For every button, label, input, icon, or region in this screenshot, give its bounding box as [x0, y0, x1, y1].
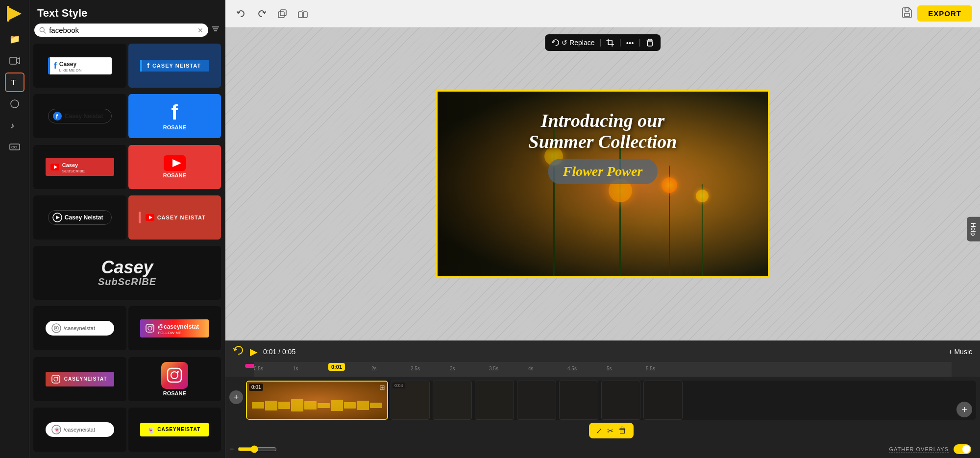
- style-card-fb-big[interactable]: f ROSANE: [128, 94, 221, 138]
- gather-overlays-label: GATHER OVERLAYS: [889, 446, 949, 453]
- ruler-mark: 5.5s: [646, 366, 655, 371]
- restart-button[interactable]: [233, 345, 244, 358]
- add-track-left-button[interactable]: +: [229, 390, 243, 404]
- instagram-big-icon: [166, 367, 183, 384]
- main-clip[interactable]: 0:01 ⊞: [246, 381, 388, 420]
- style-card-ig-colored[interactable]: @caseyneistat FOLLOW ME: [128, 306, 221, 350]
- redo-button[interactable]: [254, 6, 270, 22]
- card-label: ROSANE: [163, 390, 186, 396]
- more-options-button[interactable]: •••: [626, 39, 634, 47]
- clip-crop-button[interactable]: ⤢: [596, 426, 602, 435]
- canvas-toolbar: ↺ Replace | | ••• |: [545, 34, 661, 51]
- ruler: 0.5s 1s 1.5s 2s 2.5s 3s 3.5s 4s 4.5s 5s …: [254, 362, 952, 377]
- facebook-f-icon: f: [147, 62, 149, 70]
- gather-overlays: GATHER OVERLAYS: [889, 444, 971, 454]
- replace-button[interactable]: ↺ Replace: [552, 39, 594, 47]
- card-name: CASEYNEISTAT: [64, 376, 107, 382]
- wave-bar: [344, 402, 356, 409]
- search-clear-icon[interactable]: ✕: [197, 26, 203, 34]
- instagram-icon-pink: [51, 375, 60, 384]
- svg-marker-0: [8, 7, 22, 21]
- waveform: [252, 399, 382, 411]
- duplicate-button[interactable]: [274, 6, 290, 22]
- clip-scissors-button[interactable]: ✂: [607, 426, 613, 435]
- save-button[interactable]: [902, 7, 912, 20]
- svg-point-9: [40, 27, 44, 32]
- zoom-out-button[interactable]: −: [229, 445, 234, 454]
- main-area: EXPORT ↺ Replace | | ••• |: [225, 0, 980, 458]
- top-bar: EXPORT: [225, 0, 980, 27]
- captions-icon[interactable]: CC: [5, 137, 24, 157]
- style-card-fb-white[interactable]: f Casey LIKE ME ON: [33, 44, 126, 88]
- ruler-mark: 3.5s: [489, 366, 498, 371]
- wave-bar: [278, 402, 291, 409]
- ruler-mark: 4s: [528, 366, 534, 371]
- crop-button[interactable]: [607, 39, 614, 47]
- ruler-mark: 3s: [450, 366, 455, 371]
- delete-button[interactable]: [646, 38, 654, 47]
- music-button[interactable]: + Music: [948, 348, 972, 356]
- style-card-fb-blue[interactable]: f CASEY NEISTAT: [128, 44, 221, 88]
- card-label: ROSANE: [163, 172, 186, 178]
- svg-rect-1: [7, 6, 9, 22]
- style-card-casey-subscribe[interactable]: Casey SubScRIBE: [33, 246, 221, 300]
- svg-rect-47: [905, 8, 909, 11]
- undo-button[interactable]: [233, 6, 249, 22]
- style-card-sc-white[interactable]: 👻 /caseyneistat: [33, 408, 126, 452]
- card-name: /caseyneistat: [64, 427, 95, 433]
- svg-text:T: T: [11, 78, 17, 87]
- style-card-ig-white[interactable]: /caseyneistat: [33, 306, 126, 350]
- shape-icon[interactable]: [5, 94, 24, 114]
- search-input[interactable]: [49, 26, 195, 34]
- zoom-slider[interactable]: [238, 445, 277, 453]
- music-icon[interactable]: ♪: [5, 116, 24, 135]
- instagram-circle-icon: [51, 323, 61, 333]
- style-card-ig-big[interactable]: ROSANE: [128, 357, 221, 401]
- svg-point-26: [55, 327, 57, 329]
- card-name: CASEYNEISTAT: [157, 427, 200, 432]
- search-bar: ✕: [34, 24, 220, 37]
- svg-text:CC: CC: [11, 145, 17, 149]
- play-button[interactable]: ▶: [250, 346, 257, 358]
- card-name: @caseyneistat: [158, 323, 199, 330]
- text-icon[interactable]: T: [5, 72, 24, 92]
- snapchat-icon: 👻: [51, 425, 61, 434]
- style-card-fb-circle[interactable]: f Casey Neistat: [33, 94, 126, 138]
- style-card-sc-yellow[interactable]: 👻 CASEYNEISTAT: [128, 408, 221, 452]
- style-card-yt-big[interactable]: ROSANE: [128, 145, 221, 189]
- clip-delete-button[interactable]: 🗑: [618, 426, 627, 435]
- folder-icon[interactable]: 📁: [5, 29, 24, 49]
- youtube-big-icon: [164, 155, 186, 171]
- wave-bar: [370, 403, 382, 408]
- card-label: ROSANE: [163, 124, 186, 130]
- add-track-right-button[interactable]: +: [956, 402, 972, 417]
- split-button[interactable]: [295, 6, 311, 22]
- app-logo[interactable]: [6, 5, 24, 23]
- search-input-wrap[interactable]: ✕: [34, 24, 208, 37]
- ghost-thumb: [517, 381, 556, 420]
- style-card-yt-red[interactable]: Casey SUBSCRIBE: [33, 145, 126, 189]
- style-card-ig-pink[interactable]: CASEYNEISTAT: [33, 357, 126, 401]
- video-icon[interactable]: [5, 51, 24, 71]
- help-button[interactable]: Help: [967, 217, 980, 241]
- style-card-yt-bar[interactable]: CASEY NEISTAT: [128, 195, 221, 240]
- svg-point-33: [57, 376, 58, 377]
- svg-rect-2: [10, 57, 17, 64]
- style-card-yt-circle[interactable]: Casey Neistat: [33, 195, 126, 240]
- clip-floating-toolbar: ⤢ ✂ 🗑: [589, 423, 634, 438]
- text-style-panel: Text Style ✕ f Casey LIKE ME ON: [29, 0, 225, 458]
- filter-icon[interactable]: [211, 24, 220, 36]
- gather-overlays-toggle[interactable]: [954, 444, 971, 454]
- ruler-mark: 4.5s: [567, 366, 577, 371]
- clip-track[interactable]: 0:01 ⊞: [246, 381, 976, 420]
- export-button[interactable]: EXPORT: [917, 5, 972, 22]
- svg-text:♪: ♪: [10, 121, 15, 130]
- card-name: CASEY NEISTAT: [152, 63, 201, 69]
- ruler-mark: 5s: [607, 366, 612, 371]
- playhead-label: 0:01: [328, 363, 345, 371]
- svg-point-5: [11, 100, 19, 108]
- wave-bar: [357, 401, 369, 410]
- wave-bar: [252, 402, 264, 409]
- video-canvas[interactable]: Introducing our Summer Collection Flower…: [436, 90, 769, 278]
- svg-rect-42: [280, 10, 286, 16]
